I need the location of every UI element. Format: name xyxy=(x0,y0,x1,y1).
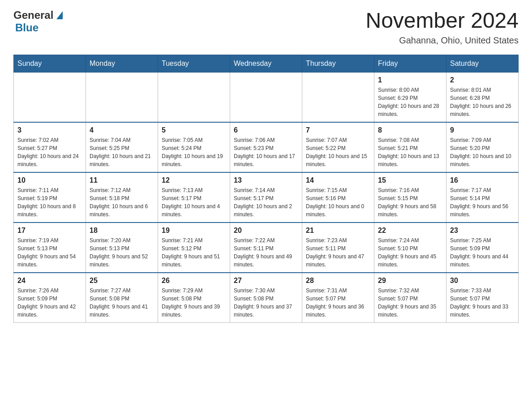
day-number: 15 xyxy=(378,176,442,184)
day-info: Sunrise: 7:33 AM Sunset: 5:07 PM Dayligh… xyxy=(450,287,515,319)
day-number: 1 xyxy=(378,76,442,84)
day-info: Sunrise: 7:14 AM Sunset: 5:17 PM Dayligh… xyxy=(234,186,298,218)
calendar-cell: 6Sunrise: 7:06 AM Sunset: 5:23 PM Daylig… xyxy=(230,122,302,172)
calendar-cell: 11Sunrise: 7:12 AM Sunset: 5:18 PM Dayli… xyxy=(86,172,158,223)
calendar-cell: 24Sunrise: 7:26 AM Sunset: 5:09 PM Dayli… xyxy=(14,273,86,323)
logo-blue-text: Blue xyxy=(15,21,39,34)
day-number: 2 xyxy=(450,76,515,84)
calendar-cell: 16Sunrise: 7:17 AM Sunset: 5:14 PM Dayli… xyxy=(446,172,519,223)
day-number: 24 xyxy=(17,277,82,285)
calendar-cell: 8Sunrise: 7:08 AM Sunset: 5:21 PM Daylig… xyxy=(374,122,446,172)
title-section: November 2024 Gahanna, Ohio, United Stat… xyxy=(365,9,519,46)
calendar-cell: 10Sunrise: 7:11 AM Sunset: 5:19 PM Dayli… xyxy=(14,172,86,223)
weekday-header-tuesday: Tuesday xyxy=(158,55,230,72)
weekday-header-thursday: Thursday xyxy=(302,55,374,72)
calendar-cell: 20Sunrise: 7:22 AM Sunset: 5:11 PM Dayli… xyxy=(230,223,302,273)
day-info: Sunrise: 7:05 AM Sunset: 5:24 PM Dayligh… xyxy=(162,136,226,168)
day-info: Sunrise: 7:13 AM Sunset: 5:17 PM Dayligh… xyxy=(162,186,226,218)
day-info: Sunrise: 7:11 AM Sunset: 5:19 PM Dayligh… xyxy=(17,186,82,218)
day-number: 21 xyxy=(306,227,370,235)
calendar-cell xyxy=(230,72,302,122)
day-info: Sunrise: 7:04 AM Sunset: 5:25 PM Dayligh… xyxy=(90,136,154,168)
day-info: Sunrise: 7:07 AM Sunset: 5:22 PM Dayligh… xyxy=(306,136,370,168)
calendar-cell xyxy=(158,72,230,122)
calendar-cell: 12Sunrise: 7:13 AM Sunset: 5:17 PM Dayli… xyxy=(158,172,230,223)
day-info: Sunrise: 7:16 AM Sunset: 5:15 PM Dayligh… xyxy=(378,186,442,218)
calendar-cell: 30Sunrise: 7:33 AM Sunset: 5:07 PM Dayli… xyxy=(446,273,519,323)
day-number: 30 xyxy=(450,277,515,285)
calendar-cell: 14Sunrise: 7:15 AM Sunset: 5:16 PM Dayli… xyxy=(302,172,374,223)
day-info: Sunrise: 7:17 AM Sunset: 5:14 PM Dayligh… xyxy=(450,186,515,218)
day-number: 27 xyxy=(234,277,298,285)
day-number: 18 xyxy=(90,227,154,235)
day-number: 9 xyxy=(450,126,515,134)
day-number: 19 xyxy=(162,227,226,235)
day-number: 5 xyxy=(162,126,226,134)
day-info: Sunrise: 7:21 AM Sunset: 5:12 PM Dayligh… xyxy=(162,236,226,269)
calendar-cell: 23Sunrise: 7:25 AM Sunset: 5:09 PM Dayli… xyxy=(446,223,519,273)
calendar-cell: 18Sunrise: 7:20 AM Sunset: 5:13 PM Dayli… xyxy=(86,223,158,273)
logo-triangle-icon xyxy=(55,11,63,21)
day-info: Sunrise: 7:20 AM Sunset: 5:13 PM Dayligh… xyxy=(90,236,154,269)
svg-marker-0 xyxy=(56,11,63,19)
calendar-week-4: 17Sunrise: 7:19 AM Sunset: 5:13 PM Dayli… xyxy=(14,223,519,273)
day-number: 23 xyxy=(450,227,515,235)
logo: General Blue xyxy=(13,9,63,34)
day-info: Sunrise: 7:31 AM Sunset: 5:07 PM Dayligh… xyxy=(306,287,370,319)
calendar-cell xyxy=(86,72,158,122)
weekday-header-monday: Monday xyxy=(86,55,158,72)
day-number: 29 xyxy=(378,277,442,285)
calendar-cell: 28Sunrise: 7:31 AM Sunset: 5:07 PM Dayli… xyxy=(302,273,374,323)
day-number: 16 xyxy=(450,176,515,184)
calendar-cell: 29Sunrise: 7:32 AM Sunset: 5:07 PM Dayli… xyxy=(374,273,446,323)
day-info: Sunrise: 8:00 AM Sunset: 6:29 PM Dayligh… xyxy=(378,86,442,118)
calendar-cell: 2Sunrise: 8:01 AM Sunset: 6:28 PM Daylig… xyxy=(446,72,519,122)
calendar-cell: 19Sunrise: 7:21 AM Sunset: 5:12 PM Dayli… xyxy=(158,223,230,273)
day-number: 22 xyxy=(378,227,442,235)
calendar-cell: 26Sunrise: 7:29 AM Sunset: 5:08 PM Dayli… xyxy=(158,273,230,323)
calendar-cell xyxy=(302,72,374,122)
calendar-cell: 9Sunrise: 7:09 AM Sunset: 5:20 PM Daylig… xyxy=(446,122,519,172)
calendar-table: SundayMondayTuesdayWednesdayThursdayFrid… xyxy=(13,55,519,323)
weekday-header-saturday: Saturday xyxy=(446,55,519,72)
day-number: 8 xyxy=(378,126,442,134)
location: Gahanna, Ohio, United States xyxy=(365,35,519,46)
day-info: Sunrise: 7:06 AM Sunset: 5:23 PM Dayligh… xyxy=(234,136,298,168)
day-number: 20 xyxy=(234,227,298,235)
day-info: Sunrise: 7:27 AM Sunset: 5:08 PM Dayligh… xyxy=(90,287,154,319)
day-info: Sunrise: 7:24 AM Sunset: 5:10 PM Dayligh… xyxy=(378,236,442,269)
day-number: 13 xyxy=(234,176,298,184)
day-info: Sunrise: 7:32 AM Sunset: 5:07 PM Dayligh… xyxy=(378,287,442,319)
day-number: 3 xyxy=(17,126,82,134)
day-info: Sunrise: 7:15 AM Sunset: 5:16 PM Dayligh… xyxy=(306,186,370,218)
day-number: 14 xyxy=(306,176,370,184)
month-title: November 2024 xyxy=(365,9,519,33)
calendar-cell: 22Sunrise: 7:24 AM Sunset: 5:10 PM Dayli… xyxy=(374,223,446,273)
calendar-cell xyxy=(14,72,86,122)
calendar-week-5: 24Sunrise: 7:26 AM Sunset: 5:09 PM Dayli… xyxy=(14,273,519,323)
calendar-cell: 15Sunrise: 7:16 AM Sunset: 5:15 PM Dayli… xyxy=(374,172,446,223)
day-info: Sunrise: 7:02 AM Sunset: 5:27 PM Dayligh… xyxy=(17,136,82,168)
day-number: 6 xyxy=(234,126,298,134)
calendar-cell: 7Sunrise: 7:07 AM Sunset: 5:22 PM Daylig… xyxy=(302,122,374,172)
day-number: 17 xyxy=(17,227,82,235)
logo-general-text: General xyxy=(13,9,53,21)
day-info: Sunrise: 7:26 AM Sunset: 5:09 PM Dayligh… xyxy=(17,287,82,319)
weekday-header-sunday: Sunday xyxy=(14,55,86,72)
calendar-cell: 1Sunrise: 8:00 AM Sunset: 6:29 PM Daylig… xyxy=(374,72,446,122)
calendar-cell: 27Sunrise: 7:30 AM Sunset: 5:08 PM Dayli… xyxy=(230,273,302,323)
day-number: 28 xyxy=(306,277,370,285)
calendar-cell: 3Sunrise: 7:02 AM Sunset: 5:27 PM Daylig… xyxy=(14,122,86,172)
day-info: Sunrise: 7:09 AM Sunset: 5:20 PM Dayligh… xyxy=(450,136,515,168)
day-number: 7 xyxy=(306,126,370,134)
weekday-header-friday: Friday xyxy=(374,55,446,72)
day-number: 11 xyxy=(90,176,154,184)
calendar-week-2: 3Sunrise: 7:02 AM Sunset: 5:27 PM Daylig… xyxy=(14,122,519,172)
day-info: Sunrise: 7:12 AM Sunset: 5:18 PM Dayligh… xyxy=(90,186,154,218)
calendar-cell: 25Sunrise: 7:27 AM Sunset: 5:08 PM Dayli… xyxy=(86,273,158,323)
day-number: 26 xyxy=(162,277,226,285)
day-info: Sunrise: 7:08 AM Sunset: 5:21 PM Dayligh… xyxy=(378,136,442,168)
day-info: Sunrise: 8:01 AM Sunset: 6:28 PM Dayligh… xyxy=(450,86,515,118)
calendar-week-1: 1Sunrise: 8:00 AM Sunset: 6:29 PM Daylig… xyxy=(14,72,519,122)
calendar-cell: 21Sunrise: 7:23 AM Sunset: 5:11 PM Dayli… xyxy=(302,223,374,273)
